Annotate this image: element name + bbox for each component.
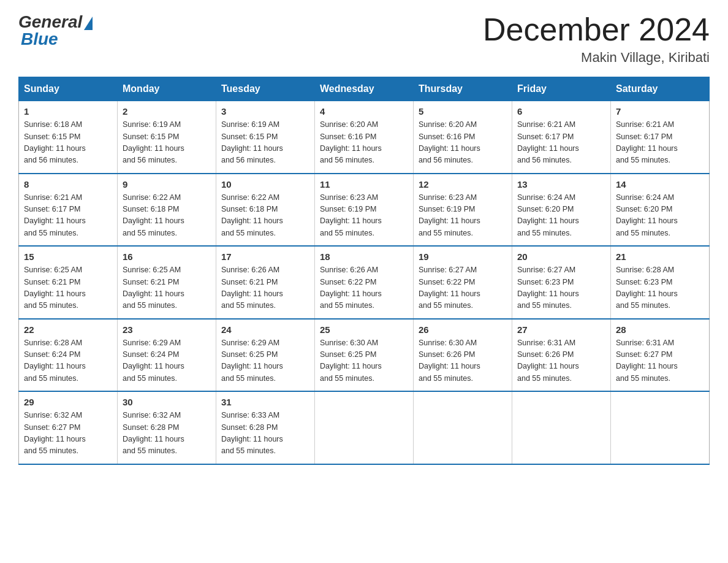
day-number: 28 (616, 324, 704, 335)
day-number: 18 (320, 251, 408, 262)
day-info: Sunrise: 6:24 AM Sunset: 6:20 PM Dayligh… (517, 192, 605, 240)
day-number: 23 (123, 324, 211, 335)
day-info: Sunrise: 6:28 AM Sunset: 6:24 PM Dayligh… (24, 337, 112, 385)
table-row: 16 Sunrise: 6:25 AM Sunset: 6:21 PM Dayl… (118, 246, 216, 319)
col-wednesday: Wednesday (315, 77, 414, 101)
day-number: 2 (123, 106, 211, 117)
day-number: 13 (517, 179, 605, 190)
table-row: 29 Sunrise: 6:32 AM Sunset: 6:27 PM Dayl… (19, 391, 118, 464)
col-friday: Friday (512, 77, 611, 101)
day-info: Sunrise: 6:31 AM Sunset: 6:27 PM Dayligh… (616, 337, 704, 385)
table-row: 1 Sunrise: 6:18 AM Sunset: 6:15 PM Dayli… (19, 101, 118, 174)
table-row: 24 Sunrise: 6:29 AM Sunset: 6:25 PM Dayl… (216, 319, 315, 392)
day-info: Sunrise: 6:25 AM Sunset: 6:21 PM Dayligh… (123, 264, 211, 312)
title-block: December 2024 Makin Village, Kiribati (483, 12, 710, 66)
day-info: Sunrise: 6:27 AM Sunset: 6:22 PM Dayligh… (419, 264, 507, 312)
table-row: 10 Sunrise: 6:22 AM Sunset: 6:18 PM Dayl… (216, 174, 315, 247)
calendar-week-row: 15 Sunrise: 6:25 AM Sunset: 6:21 PM Dayl… (19, 246, 710, 319)
day-number: 4 (320, 106, 408, 117)
day-number: 11 (320, 179, 408, 190)
day-info: Sunrise: 6:23 AM Sunset: 6:19 PM Dayligh… (419, 192, 507, 240)
day-number: 1 (24, 106, 112, 117)
day-info: Sunrise: 6:20 AM Sunset: 6:16 PM Dayligh… (419, 119, 507, 167)
table-row: 26 Sunrise: 6:30 AM Sunset: 6:26 PM Dayl… (414, 319, 512, 392)
day-number: 21 (616, 251, 704, 262)
day-info: Sunrise: 6:30 AM Sunset: 6:25 PM Dayligh… (320, 337, 408, 385)
day-number: 15 (24, 251, 112, 262)
calendar-table: Sunday Monday Tuesday Wednesday Thursday… (18, 77, 710, 465)
day-number: 16 (123, 251, 211, 262)
col-saturday: Saturday (611, 77, 710, 101)
day-number: 9 (123, 179, 211, 190)
col-tuesday: Tuesday (216, 77, 315, 101)
day-info: Sunrise: 6:29 AM Sunset: 6:24 PM Dayligh… (123, 337, 211, 385)
table-row: 6 Sunrise: 6:21 AM Sunset: 6:17 PM Dayli… (512, 101, 611, 174)
table-row (611, 391, 710, 464)
table-row: 8 Sunrise: 6:21 AM Sunset: 6:17 PM Dayli… (19, 174, 118, 247)
day-info: Sunrise: 6:25 AM Sunset: 6:21 PM Dayligh… (24, 264, 112, 312)
day-number: 17 (221, 251, 309, 262)
col-monday: Monday (118, 77, 216, 101)
day-info: Sunrise: 6:21 AM Sunset: 6:17 PM Dayligh… (517, 119, 605, 167)
table-row: 23 Sunrise: 6:29 AM Sunset: 6:24 PM Dayl… (118, 319, 216, 392)
day-number: 29 (24, 397, 112, 407)
table-row: 31 Sunrise: 6:33 AM Sunset: 6:28 PM Dayl… (216, 391, 315, 464)
table-row: 15 Sunrise: 6:25 AM Sunset: 6:21 PM Dayl… (19, 246, 118, 319)
day-number: 26 (419, 324, 507, 335)
table-row: 9 Sunrise: 6:22 AM Sunset: 6:18 PM Dayli… (118, 174, 216, 247)
table-row: 7 Sunrise: 6:21 AM Sunset: 6:17 PM Dayli… (611, 101, 710, 174)
day-number: 5 (419, 106, 507, 117)
day-number: 25 (320, 324, 408, 335)
day-number: 31 (221, 397, 309, 407)
logo: General Blue (18, 12, 93, 49)
day-number: 6 (517, 106, 605, 117)
calendar-week-row: 29 Sunrise: 6:32 AM Sunset: 6:27 PM Dayl… (19, 391, 710, 464)
day-number: 8 (24, 179, 112, 190)
col-sunday: Sunday (19, 77, 118, 101)
day-info: Sunrise: 6:30 AM Sunset: 6:26 PM Dayligh… (419, 337, 507, 385)
day-info: Sunrise: 6:27 AM Sunset: 6:23 PM Dayligh… (517, 264, 605, 312)
location-title: Makin Village, Kiribati (483, 50, 710, 66)
col-thursday: Thursday (414, 77, 512, 101)
day-info: Sunrise: 6:20 AM Sunset: 6:16 PM Dayligh… (320, 119, 408, 167)
calendar-week-row: 1 Sunrise: 6:18 AM Sunset: 6:15 PM Dayli… (19, 101, 710, 174)
table-row: 4 Sunrise: 6:20 AM Sunset: 6:16 PM Dayli… (315, 101, 414, 174)
table-row: 14 Sunrise: 6:24 AM Sunset: 6:20 PM Dayl… (611, 174, 710, 247)
table-row: 19 Sunrise: 6:27 AM Sunset: 6:22 PM Dayl… (414, 246, 512, 319)
day-info: Sunrise: 6:29 AM Sunset: 6:25 PM Dayligh… (221, 337, 309, 385)
table-row: 3 Sunrise: 6:19 AM Sunset: 6:15 PM Dayli… (216, 101, 315, 174)
day-number: 7 (616, 106, 704, 117)
calendar-week-row: 8 Sunrise: 6:21 AM Sunset: 6:17 PM Dayli… (19, 174, 710, 247)
table-row: 18 Sunrise: 6:26 AM Sunset: 6:22 PM Dayl… (315, 246, 414, 319)
day-info: Sunrise: 6:26 AM Sunset: 6:22 PM Dayligh… (320, 264, 408, 312)
day-number: 12 (419, 179, 507, 190)
day-number: 30 (123, 397, 211, 407)
day-number: 22 (24, 324, 112, 335)
day-info: Sunrise: 6:23 AM Sunset: 6:19 PM Dayligh… (320, 192, 408, 240)
table-row: 27 Sunrise: 6:31 AM Sunset: 6:26 PM Dayl… (512, 319, 611, 392)
table-row: 22 Sunrise: 6:28 AM Sunset: 6:24 PM Dayl… (19, 319, 118, 392)
day-info: Sunrise: 6:26 AM Sunset: 6:21 PM Dayligh… (221, 264, 309, 312)
table-row (414, 391, 512, 464)
day-number: 14 (616, 179, 704, 190)
day-info: Sunrise: 6:24 AM Sunset: 6:20 PM Dayligh… (616, 192, 704, 240)
day-number: 20 (517, 251, 605, 262)
table-row: 5 Sunrise: 6:20 AM Sunset: 6:16 PM Dayli… (414, 101, 512, 174)
table-row: 13 Sunrise: 6:24 AM Sunset: 6:20 PM Dayl… (512, 174, 611, 247)
day-info: Sunrise: 6:32 AM Sunset: 6:28 PM Dayligh… (123, 410, 211, 458)
day-info: Sunrise: 6:31 AM Sunset: 6:26 PM Dayligh… (517, 337, 605, 385)
table-row: 20 Sunrise: 6:27 AM Sunset: 6:23 PM Dayl… (512, 246, 611, 319)
day-number: 10 (221, 179, 309, 190)
day-info: Sunrise: 6:19 AM Sunset: 6:15 PM Dayligh… (123, 119, 211, 167)
table-row: 2 Sunrise: 6:19 AM Sunset: 6:15 PM Dayli… (118, 101, 216, 174)
day-info: Sunrise: 6:18 AM Sunset: 6:15 PM Dayligh… (24, 119, 112, 167)
day-number: 19 (419, 251, 507, 262)
table-row: 12 Sunrise: 6:23 AM Sunset: 6:19 PM Dayl… (414, 174, 512, 247)
day-info: Sunrise: 6:22 AM Sunset: 6:18 PM Dayligh… (221, 192, 309, 240)
day-number: 24 (221, 324, 309, 335)
day-number: 3 (221, 106, 309, 117)
table-row: 11 Sunrise: 6:23 AM Sunset: 6:19 PM Dayl… (315, 174, 414, 247)
calendar-week-row: 22 Sunrise: 6:28 AM Sunset: 6:24 PM Dayl… (19, 319, 710, 392)
month-title: December 2024 (483, 12, 710, 47)
day-info: Sunrise: 6:21 AM Sunset: 6:17 PM Dayligh… (24, 192, 112, 240)
